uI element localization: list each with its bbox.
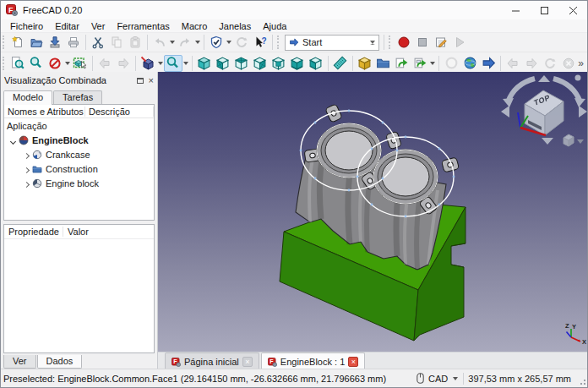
draw-style-dropdown-caret[interactable] bbox=[65, 62, 70, 65]
browser-forward-button[interactable] bbox=[522, 55, 541, 72]
print-button[interactable] bbox=[64, 34, 83, 51]
menu-ver[interactable]: Ver bbox=[85, 19, 112, 33]
tab-ver[interactable]: Ver bbox=[3, 355, 36, 369]
nav-back-button[interactable] bbox=[95, 55, 114, 72]
redo-dropdown-caret[interactable] bbox=[195, 41, 200, 44]
toolbar-handle[interactable] bbox=[389, 36, 392, 49]
make-sub-link-button[interactable] bbox=[411, 55, 429, 72]
view-right-button[interactable] bbox=[251, 55, 270, 72]
tilt-up-arrow-icon[interactable] bbox=[538, 75, 550, 82]
create-group-button[interactable] bbox=[373, 55, 392, 72]
tree-document-row[interactable]: EngineBlock bbox=[4, 133, 154, 147]
rotate-right-arrow-icon[interactable] bbox=[574, 98, 585, 107]
view-top-button[interactable] bbox=[232, 55, 251, 72]
property-header[interactable]: Propriedade Valor bbox=[4, 225, 154, 239]
web-browser-button[interactable] bbox=[460, 55, 479, 72]
nav-style-caret[interactable] bbox=[453, 377, 458, 380]
tab-start-page[interactable]: F Página inicial × bbox=[165, 352, 259, 370]
nav-style-selector[interactable]: CAD bbox=[428, 374, 448, 384]
float-panel-icon[interactable] bbox=[137, 78, 144, 84]
fit-all-button[interactable] bbox=[8, 55, 27, 72]
macro-record-button[interactable] bbox=[395, 34, 413, 51]
toolbar-handle[interactable] bbox=[3, 57, 6, 70]
view-isometric-button[interactable] bbox=[139, 55, 157, 72]
new-file-button[interactable] bbox=[8, 34, 27, 51]
menu-ficheiro[interactable]: Ficheiro bbox=[4, 19, 49, 33]
nav-dot-icon[interactable] bbox=[575, 75, 581, 81]
view-front-button[interactable] bbox=[214, 55, 232, 72]
tree-item-engine-block[interactable]: Engine block bbox=[4, 176, 154, 190]
save-button[interactable] bbox=[46, 34, 64, 51]
zoom-tool-button[interactable] bbox=[164, 55, 182, 72]
cut-button[interactable] bbox=[89, 34, 107, 51]
close-tab-icon[interactable]: × bbox=[242, 357, 253, 367]
make-link-dropdown-caret[interactable] bbox=[430, 62, 435, 65]
nav-mini-cube[interactable] bbox=[564, 134, 584, 146]
validate-dropdown-caret[interactable] bbox=[226, 41, 231, 44]
nav-menu-caret-icon[interactable] bbox=[577, 139, 584, 144]
measure-button[interactable] bbox=[331, 55, 350, 72]
box-selection-button[interactable] bbox=[71, 55, 90, 72]
tilt-down-arrow-icon[interactable] bbox=[542, 138, 553, 145]
tree-root-row[interactable]: Aplicação bbox=[4, 118, 154, 133]
menu-ferramentas[interactable]: Ferramentas bbox=[111, 19, 175, 33]
menu-ajuda[interactable]: Ajuda bbox=[257, 19, 292, 33]
menu-macro[interactable]: Macro bbox=[176, 19, 214, 33]
browser-stop-button[interactable] bbox=[559, 55, 578, 72]
expander-right-icon[interactable] bbox=[23, 167, 29, 172]
minimize-button[interactable] bbox=[501, 1, 530, 19]
3d-viewport[interactable]: TOP Z bbox=[158, 72, 588, 352]
tab-modelo[interactable]: Modelo bbox=[3, 90, 52, 105]
view-left-button[interactable] bbox=[307, 55, 325, 72]
workbench-selector[interactable]: Start bbox=[285, 35, 379, 51]
paste-button[interactable] bbox=[126, 34, 144, 51]
expander-right-icon[interactable] bbox=[23, 152, 29, 158]
undo-button[interactable] bbox=[150, 34, 169, 51]
expander-right-icon[interactable] bbox=[23, 181, 29, 187]
browser-refresh-button[interactable] bbox=[541, 55, 559, 72]
view-axonometric-button[interactable] bbox=[195, 55, 214, 72]
macro-stop-button[interactable] bbox=[413, 34, 432, 51]
undo-dropdown-caret[interactable] bbox=[170, 41, 175, 44]
copy-button[interactable] bbox=[107, 34, 126, 51]
expander-down-icon[interactable] bbox=[9, 138, 15, 144]
view-isometric-dropdown-caret[interactable] bbox=[158, 62, 163, 65]
tree-item-construction[interactable]: Construction bbox=[4, 161, 154, 176]
view-bottom-button[interactable] bbox=[288, 55, 307, 72]
nav-forward-button[interactable] bbox=[114, 55, 133, 72]
close-button[interactable] bbox=[558, 1, 587, 19]
fit-selection-button[interactable] bbox=[27, 55, 46, 72]
macro-edit-button[interactable] bbox=[432, 34, 450, 51]
toolbar-handle[interactable] bbox=[277, 36, 280, 49]
rotate-left-arrow-icon[interactable] bbox=[503, 98, 514, 107]
web-stop-button[interactable] bbox=[442, 55, 460, 72]
whats-this-button[interactable]: ? bbox=[251, 34, 270, 51]
navigation-cube[interactable]: TOP bbox=[501, 75, 587, 147]
nav-cube-body[interactable]: TOP bbox=[525, 90, 564, 135]
close-panel-icon[interactable]: × bbox=[149, 76, 154, 85]
tab-engineblock-document[interactable]: F EngineBlock : 1 × bbox=[261, 352, 365, 370]
menu-janelas[interactable]: Janelas bbox=[213, 19, 257, 33]
toolbar-handle[interactable] bbox=[3, 36, 6, 49]
tree-item-crankcase[interactable]: Crankcase bbox=[4, 147, 154, 161]
view-rear-button[interactable] bbox=[270, 55, 288, 72]
menu-editar[interactable]: Editar bbox=[49, 19, 85, 33]
pan-right-arrow-icon[interactable] bbox=[579, 106, 587, 117]
make-link-button[interactable] bbox=[392, 55, 411, 72]
tab-tarefas[interactable]: Tarefas bbox=[53, 90, 102, 104]
close-tab-icon[interactable]: × bbox=[348, 357, 358, 367]
browser-back-button[interactable] bbox=[504, 55, 522, 72]
tab-dados[interactable]: Dados bbox=[37, 355, 83, 369]
pan-left-arrow-icon[interactable] bbox=[501, 106, 509, 117]
draw-style-button[interactable] bbox=[46, 55, 64, 72]
create-part-button[interactable] bbox=[355, 55, 373, 72]
maximize-button[interactable] bbox=[530, 1, 558, 19]
redo-button[interactable] bbox=[176, 34, 194, 51]
web-open-button[interactable] bbox=[479, 55, 498, 72]
validate-button[interactable] bbox=[207, 34, 226, 51]
resize-grip[interactable] bbox=[579, 378, 586, 385]
tree-header[interactable]: Nomes e Atributos Descrição bbox=[4, 105, 154, 118]
macro-play-button[interactable] bbox=[450, 34, 469, 51]
refresh-button[interactable] bbox=[232, 34, 251, 51]
zoom-dropdown-caret[interactable] bbox=[183, 62, 188, 65]
